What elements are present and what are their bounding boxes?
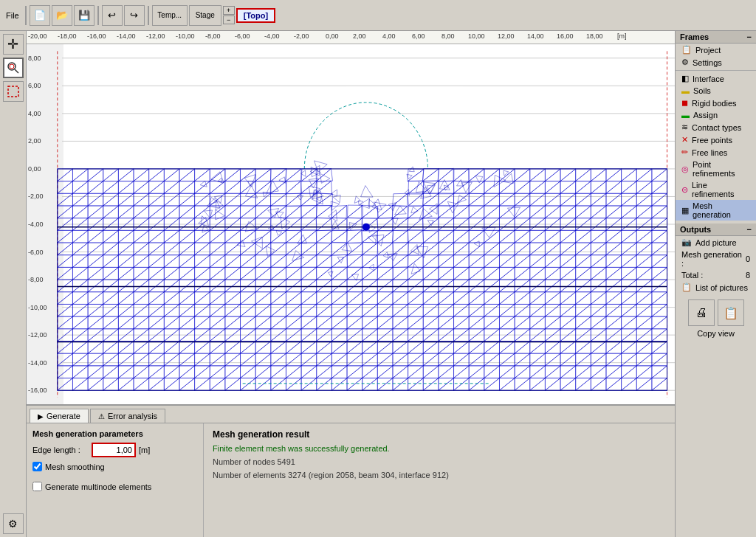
project-label: Project — [695, 46, 721, 55]
zoom-in-button[interactable]: + — [223, 6, 235, 15]
zoom-icon — [7, 62, 19, 74]
svg-point-1 — [10, 64, 14, 69]
result-elements-text: Number of elements 3274 (region 2058, be… — [213, 469, 666, 482]
mesh-generation-count-label: Mesh generation : — [681, 250, 746, 268]
copy-view-area: 🖨 📋 Copy view — [676, 297, 756, 341]
add-picture-icon: 📷 — [681, 238, 692, 247]
topo-button[interactable]: [Topo] — [236, 8, 275, 23]
open-button[interactable]: 📂 — [52, 5, 72, 26]
total-label: Total : — [681, 271, 703, 280]
result-success-text: Finite element mesh was successfully gen… — [213, 444, 666, 453]
settings-tool[interactable]: ⚙ — [3, 513, 24, 534]
edge-length-input[interactable] — [92, 443, 136, 457]
ruler-label-5: -10,00 — [176, 32, 195, 40]
select-tool[interactable] — [3, 81, 24, 102]
redo-button[interactable]: ↪ — [124, 5, 145, 26]
frames-item-interface[interactable]: ◧ Interface — [676, 72, 756, 85]
mesh-params-title: Mesh generation parameters — [32, 429, 197, 438]
select-icon — [7, 86, 19, 97]
outputs-title: Outputs — [680, 225, 711, 234]
tab-error-label: Error analysis — [108, 412, 157, 420]
frames-item-project[interactable]: 📋 Project — [676, 44, 756, 56]
main-layout: ✛ ⚙ -20,00 -18,00 -16,00 -14,00 -12,00 -… — [0, 31, 756, 537]
stage-button[interactable]: Stage — [189, 5, 221, 26]
frames-item-assign[interactable]: ▬ Assign — [676, 109, 756, 121]
outputs-collapse-button[interactable]: − — [747, 225, 752, 234]
point-refinements-label: Point refinements — [693, 160, 750, 178]
separator-1 — [25, 6, 27, 25]
canvas-area[interactable] — [27, 44, 675, 404]
result-title: Mesh generation result — [213, 429, 666, 440]
mesh-smoothing-row: Mesh smoothing — [32, 462, 197, 471]
ruler-label-3: -14,00 — [117, 32, 136, 40]
rigid-bodies-label: Rigid bodies — [692, 99, 737, 108]
ruler-label-11: 2,00 — [353, 32, 366, 40]
zoom-tool[interactable] — [3, 58, 24, 78]
ruler-label-1: -18,00 — [58, 32, 77, 40]
mesh-generation-count-row: Mesh generation : 0 — [676, 249, 756, 269]
mesh-result: Mesh generation result Finite element me… — [204, 423, 675, 537]
mesh-params: Mesh generation parameters Edge length :… — [27, 423, 204, 537]
frames-title: Frames — [680, 32, 709, 41]
frames-divider-1 — [676, 70, 756, 71]
ruler-label-10: 0,00 — [326, 32, 339, 40]
copy-view-label: Copy view — [697, 329, 735, 338]
free-points-icon: ✕ — [681, 135, 688, 145]
template-button[interactable]: Temp... — [152, 5, 188, 26]
ruler-label-17: 14,00 — [527, 32, 544, 40]
copy-button[interactable]: 📋 — [718, 299, 744, 326]
zoom-out-button[interactable]: − — [223, 15, 235, 24]
mesh-generation-icon: ▦ — [681, 206, 689, 215]
tab-error-analysis[interactable]: ⚠ Error analysis — [90, 409, 165, 423]
contact-types-icon: ≋ — [681, 122, 688, 132]
ruler-label-6: -8,00 — [205, 32, 221, 40]
frames-item-settings[interactable]: ⚙ Settings — [676, 56, 756, 69]
frames-collapse-button[interactable]: − — [747, 32, 752, 41]
frames-item-line-refinements[interactable]: ⊝ Line refinements — [676, 179, 756, 200]
frames-item-rigid-bodies[interactable]: ◼ Rigid bodies — [676, 97, 756, 109]
separator-2 — [97, 6, 99, 25]
ruler-label-4: -12,00 — [146, 32, 165, 40]
undo-button[interactable]: ↩ — [102, 5, 123, 26]
mesh-generation-count-value: 0 — [746, 254, 750, 263]
mesh-canvas[interactable] — [27, 44, 675, 404]
bottom-panel: ▶ Generate ⚠ Error analysis Mesh generat… — [27, 404, 675, 537]
copy-buttons: 🖨 📋 — [688, 299, 744, 326]
ruler-unit: [m] — [617, 32, 627, 40]
new-button[interactable]: 📄 — [30, 5, 50, 26]
free-lines-label: Free lines — [692, 148, 727, 157]
file-menu[interactable]: File — [3, 10, 22, 21]
frames-item-soils[interactable]: ▬ Soils — [676, 85, 756, 97]
ruler-label-2: -16,00 — [87, 32, 106, 40]
list-of-pictures-button[interactable]: 📋 List of pictures — [676, 281, 756, 294]
project-icon: 📋 — [681, 45, 692, 55]
contact-types-label: Contact types — [692, 123, 741, 132]
error-icon: ⚠ — [98, 412, 105, 420]
ruler-label-7: -6,00 — [235, 32, 250, 40]
bottom-tabs: ▶ Generate ⚠ Error analysis — [27, 406, 675, 423]
pan-tool[interactable]: ✛ — [3, 34, 24, 55]
frames-item-mesh-generation[interactable]: ▦ Mesh generation — [676, 200, 756, 221]
list-icon: 📋 — [681, 283, 692, 292]
outputs-section: Outputs − 📷 Add picture Mesh generation … — [676, 224, 756, 341]
tab-generate[interactable]: ▶ Generate — [30, 409, 89, 423]
print-button[interactable]: 🖨 — [688, 299, 715, 326]
frames-item-contact-types[interactable]: ≋ Contact types — [676, 121, 756, 134]
ruler-label-12: 4,00 — [382, 32, 396, 40]
settings-label: Settings — [693, 58, 722, 67]
generate-icon: ▶ — [38, 412, 44, 420]
frames-item-free-lines[interactable]: ✏ Free lines — [676, 146, 756, 159]
interface-icon: ◧ — [681, 74, 689, 83]
ruler-top: -20,00 -18,00 -16,00 -14,00 -12,00 -10,0… — [27, 31, 675, 44]
save-button[interactable]: 💾 — [74, 5, 94, 26]
point-refinements-icon: ◎ — [681, 164, 689, 174]
generate-multinode-checkbox[interactable] — [32, 482, 42, 491]
total-count-row: Total : 8 — [676, 269, 756, 281]
frames-item-free-points[interactable]: ✕ Free points — [676, 134, 756, 146]
mesh-smoothing-checkbox[interactable] — [32, 462, 42, 471]
left-toolbar: ✛ ⚙ — [0, 31, 27, 537]
frames-item-point-refinements[interactable]: ◎ Point refinements — [676, 159, 756, 179]
svg-line-2 — [15, 69, 18, 73]
outputs-header: Outputs − — [676, 224, 756, 236]
add-picture-button[interactable]: 📷 Add picture — [676, 236, 756, 249]
